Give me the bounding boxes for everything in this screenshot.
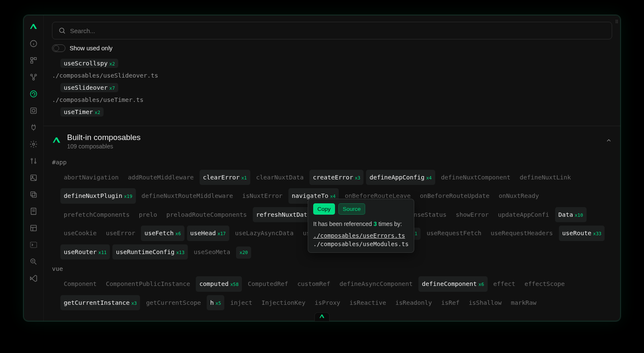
- composable-tag[interactable]: isNuxtError: [239, 188, 286, 203]
- composable-tag[interactable]: prefetchComponents: [60, 207, 133, 222]
- svg-rect-5: [31, 61, 33, 63]
- bottom-nuxt-tab[interactable]: [314, 312, 330, 321]
- used-only-toggle[interactable]: [52, 44, 65, 52]
- composable-tag[interactable]: isRef: [438, 295, 463, 310]
- components-icon[interactable]: [29, 72, 39, 82]
- composable-tag[interactable]: useTimer x2: [60, 107, 104, 117]
- composable-tag[interactable]: useRouter x11: [60, 244, 110, 260]
- svg-line-33: [34, 263, 36, 265]
- composable-tag[interactable]: getCurrentScope: [143, 295, 204, 310]
- pages-icon[interactable]: [29, 55, 39, 65]
- search-input[interactable]: [70, 27, 606, 34]
- runtime-icon[interactable]: [29, 156, 39, 166]
- composable-tag[interactable]: abortNavigation: [60, 170, 122, 185]
- composable-tag[interactable]: defineAppConfig x4: [366, 170, 435, 185]
- composable-tag[interactable]: isShallow: [465, 295, 505, 310]
- group-label: #app: [52, 159, 612, 166]
- content-scroll[interactable]: useScrollspy x2./composables/useSlideove…: [44, 57, 621, 321]
- composable-tag[interactable]: defineNuxtRouteMiddleware: [138, 188, 236, 203]
- chevron-up-icon[interactable]: [605, 137, 612, 145]
- svg-line-12: [34, 76, 35, 79]
- composable-tag[interactable]: isReadonly: [392, 295, 435, 310]
- composable-tag[interactable]: useSeoMeta: [190, 244, 234, 260]
- composable-tag[interactable]: useRequestHeaders: [487, 226, 556, 241]
- composable-tag[interactable]: useRuntimeConfig x13: [112, 244, 188, 260]
- reference-link[interactable]: ./composables/useModules.ts: [313, 240, 409, 248]
- composable-tag[interactable]: isProxy: [311, 295, 343, 310]
- copy-button[interactable]: Copy: [313, 203, 335, 215]
- composable-tag[interactable]: onNuxtReady: [495, 188, 542, 203]
- vscode-icon[interactable]: [29, 273, 39, 283]
- composable-tag[interactable]: defineNuxtPlugin x19: [60, 188, 136, 203]
- source-button[interactable]: Source: [338, 203, 366, 215]
- reference-link[interactable]: ./composables/useErrors.ts: [313, 231, 409, 240]
- composable-tag[interactable]: clearNuxtData: [253, 170, 307, 185]
- composable-tag[interactable]: effect: [490, 276, 519, 291]
- composable-tag[interactable]: useRoute x33: [559, 226, 605, 241]
- composables-icon[interactable]: [29, 89, 39, 99]
- composable-tag[interactable]: useFetch x6: [141, 226, 184, 241]
- composable-tag[interactable]: updateAppConfi: [495, 207, 553, 222]
- composable-tag[interactable]: inject: [227, 295, 255, 310]
- composable-tag[interactable]: preloadRouteComponents: [163, 207, 250, 222]
- imports-icon[interactable]: [29, 106, 39, 116]
- composable-tag[interactable]: computed x58: [196, 276, 242, 291]
- composable-tag[interactable]: useLazyAsyncData: [232, 226, 297, 241]
- svg-rect-31: [30, 242, 36, 247]
- composable-tag[interactable]: showError: [452, 207, 492, 222]
- composable-tag[interactable]: useScrollspy x2: [60, 59, 118, 68]
- assets-icon[interactable]: [29, 173, 39, 183]
- svg-point-13: [30, 91, 36, 97]
- search-bar[interactable]: [52, 22, 612, 39]
- nuxt-logo-icon[interactable]: [29, 22, 39, 32]
- terminal-icon[interactable]: [29, 240, 39, 250]
- used-only-label: Show used only: [70, 45, 112, 52]
- section-header[interactable]: Built-in composables 109 composables: [52, 126, 612, 155]
- composable-tag[interactable]: defineComponent x6: [418, 276, 487, 291]
- composable-tag[interactable]: isReactive: [346, 295, 390, 310]
- composable-tag[interactable]: addRouteMiddleware: [125, 170, 197, 185]
- svg-rect-4: [34, 57, 36, 60]
- svg-line-35: [63, 32, 65, 33]
- tooltip-text: It has been referenced 3 times by:: [313, 221, 409, 227]
- info-icon[interactable]: [29, 39, 39, 49]
- composable-tag[interactable]: ComponentPublicInstance: [103, 276, 194, 291]
- storage-icon[interactable]: [29, 223, 39, 233]
- composable-tag[interactable]: x20: [236, 247, 251, 259]
- file-path: ./composables/useSlideover.ts: [52, 72, 612, 79]
- composable-tag[interactable]: clearError x1: [200, 170, 250, 185]
- settings-icon[interactable]: [29, 139, 39, 149]
- group-label: vue: [52, 265, 612, 272]
- composable-tag[interactable]: markRaw: [507, 295, 540, 310]
- plugins-icon[interactable]: [29, 122, 39, 132]
- composable-tag[interactable]: Data x10: [555, 207, 587, 222]
- composable-tag[interactable]: onBeforeRouteUpdate: [417, 188, 493, 203]
- composable-tag[interactable]: Component: [60, 276, 100, 291]
- svg-point-17: [31, 158, 32, 160]
- file-path: ./composables/useTimer.ts: [52, 96, 612, 103]
- svg-rect-23: [31, 192, 35, 196]
- svg-point-18: [34, 162, 36, 164]
- composable-tag[interactable]: h x5: [207, 295, 224, 310]
- composable-tag[interactable]: getCurrentInstance x3: [60, 295, 140, 310]
- composable-tag[interactable]: useRequestFetch: [423, 226, 485, 241]
- composable-tag[interactable]: useCookie: [60, 226, 100, 241]
- composable-tag[interactable]: customRef: [294, 276, 334, 291]
- composable-tag[interactable]: useError: [103, 226, 139, 241]
- layers-icon[interactable]: [29, 189, 39, 200]
- svg-rect-3: [31, 57, 33, 60]
- composable-tag[interactable]: ComputedRef: [244, 276, 291, 291]
- composable-tag[interactable]: defineNuxtLink: [517, 170, 574, 185]
- docs-icon[interactable]: [29, 206, 39, 216]
- composable-tag[interactable]: effectScope: [521, 276, 568, 291]
- search-icon: [58, 27, 66, 34]
- drag-handle[interactable]: ⠿: [615, 21, 619, 23]
- inspect-icon[interactable]: [29, 257, 39, 267]
- composable-tag[interactable]: useSlideover x7: [60, 83, 118, 92]
- composable-tag[interactable]: InjectionKey: [258, 295, 309, 310]
- composable-tag[interactable]: createError x3: [309, 170, 364, 185]
- composable-tag[interactable]: defineNuxtComponent: [438, 170, 514, 185]
- composable-tag[interactable]: defineAsyncComponent: [336, 276, 416, 291]
- composable-tag[interactable]: useHead x17: [187, 226, 229, 241]
- composable-tag[interactable]: prelo: [135, 207, 161, 222]
